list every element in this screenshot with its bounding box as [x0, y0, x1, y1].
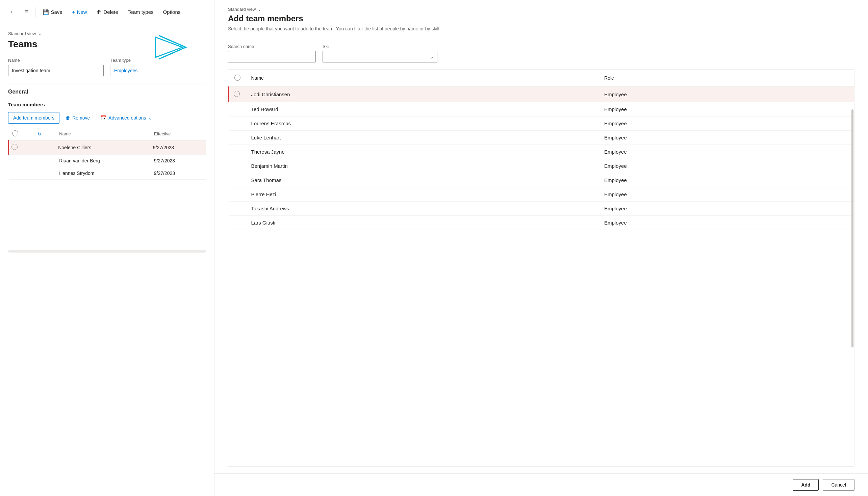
row-role-cell: Employee [599, 87, 832, 102]
add-button[interactable]: Add [793, 479, 819, 491]
skill-group: Skill ⌄ [323, 44, 437, 62]
arrow-decoration [152, 30, 196, 65]
row-role-cell: Employee [599, 159, 832, 173]
table-row[interactable]: Luke Lenhart Employee [229, 131, 854, 145]
people-table-container: Name Role ⋮ Jodi Christiansen Employee [228, 69, 854, 467]
chevron-down-icon: ⌄ [430, 54, 434, 59]
back-icon: ← [10, 9, 16, 16]
horizontal-scrollbar[interactable] [8, 250, 206, 252]
row-role-cell: Employee [599, 187, 832, 202]
col-effective-header: Effective [151, 128, 206, 140]
row-role-cell: Employee [599, 216, 832, 230]
name-label: Name [8, 58, 104, 63]
table-row[interactable]: Ted Howard Employee [229, 102, 854, 117]
cancel-button[interactable]: Cancel [823, 479, 854, 491]
back-button[interactable]: ← [5, 6, 20, 18]
name-input[interactable] [8, 65, 104, 76]
table-row[interactable]: Sara Thomas Employee [229, 173, 854, 187]
row-name-cell: Takashi Andrews [246, 202, 599, 216]
chevron-down-icon: ⌄ [148, 115, 152, 121]
row-radio-cell [229, 87, 246, 102]
team-types-button[interactable]: Team types [124, 6, 158, 18]
vertical-scrollbar[interactable] [851, 109, 853, 347]
row-radio[interactable] [234, 91, 240, 97]
general-section: General [8, 83, 206, 99]
table-row[interactable]: Lourens Erasmus Employee [229, 117, 854, 131]
right-panel: Standard view ⌄ Add team members Select … [215, 0, 868, 496]
calendar-icon: 📅 [100, 115, 106, 121]
chevron-down-icon: ⌄ [38, 31, 42, 36]
row-name-cell: Theresa Jayne [246, 145, 599, 159]
right-footer: Add Cancel [215, 474, 868, 496]
table-row[interactable]: Pierre Hezi Employee [229, 187, 854, 202]
row-effective-cell: 9/27/2023 [151, 140, 206, 155]
right-content: Search name Skill ⌄ [215, 37, 868, 474]
col-name-header: Name [246, 69, 599, 87]
delete-button[interactable]: 🗑 Delete [93, 6, 122, 18]
table-row[interactable]: Takashi Andrews Employee [229, 202, 854, 216]
header-radio[interactable] [234, 75, 241, 81]
plus-icon: + [72, 9, 75, 15]
refresh-icon[interactable]: ↻ [37, 131, 42, 137]
row-name-cell: Pierre Hezi [246, 187, 599, 202]
new-button[interactable]: + New [68, 6, 91, 18]
row-name-cell: Hannes Strydom [56, 167, 151, 180]
row-name-cell: Benjamin Martin [246, 159, 599, 173]
trash-icon: 🗑 [65, 115, 70, 121]
save-icon: 💾 [43, 9, 49, 15]
menu-icon: ≡ [25, 9, 29, 16]
type-input[interactable]: Employees [110, 65, 206, 76]
save-button[interactable]: 💾 Save [38, 6, 66, 18]
col-refresh: ↻ [34, 128, 56, 140]
more-options-button[interactable]: ⋮ [837, 73, 849, 83]
row-name-cell: Ted Howard [246, 102, 599, 117]
people-table-header: Name Role ⋮ [229, 69, 854, 87]
row-effective-cell: 9/27/2023 [151, 167, 206, 180]
row-name-cell: Noelene Cilliers [56, 140, 151, 155]
advanced-options-button[interactable]: 📅 Advanced options ⌄ [96, 112, 157, 123]
search-name-group: Search name [228, 44, 316, 62]
left-panel: ← ≡ 💾 Save + New 🗑 Delete Team types [0, 0, 215, 496]
table-row[interactable]: Theresa Jayne Employee [229, 145, 854, 159]
table-row[interactable]: Lars Giusti Employee [229, 216, 854, 230]
header-radio[interactable] [12, 130, 18, 136]
col-more-header: ⋮ [832, 69, 854, 87]
delete-icon: 🗑 [97, 9, 102, 15]
row-name-cell: Riaan van der Berg [56, 155, 151, 167]
search-name-input[interactable] [228, 51, 316, 62]
table-row[interactable]: Benjamin Martin Employee [229, 159, 854, 173]
row-name-cell: Luke Lenhart [246, 131, 599, 145]
team-members-title: Team members [8, 102, 206, 107]
right-subtitle: Select the people that you want to add t… [228, 26, 854, 31]
members-table: ↻ Name Effective Noelene Cilliers 9/27/2… [8, 128, 206, 180]
row-name-cell: Lars Giusti [246, 216, 599, 230]
col-role-header: Role [599, 69, 832, 87]
left-content: Standard view ⌄ Teams Name Team type Emp… [0, 24, 214, 496]
remove-button[interactable]: 🗑 Remove [61, 112, 95, 123]
filter-row: Search name Skill ⌄ [228, 44, 854, 62]
divider-1 [35, 7, 36, 17]
options-button[interactable]: Options [159, 6, 185, 18]
row-radio[interactable] [12, 144, 18, 150]
skill-label: Skill [323, 44, 437, 49]
people-table: Name Role ⋮ Jodi Christiansen Employee [228, 69, 854, 230]
row-role-cell: Employee [599, 202, 832, 216]
table-row[interactable]: Hannes Strydom 9/27/2023 [9, 167, 206, 180]
table-row[interactable]: Jodi Christiansen Employee [229, 87, 854, 102]
col-checkbox [9, 128, 34, 140]
search-name-label: Search name [228, 44, 316, 49]
row-role-cell: Employee [599, 145, 832, 159]
view-selector-right[interactable]: Standard view ⌄ [228, 7, 854, 12]
members-table-header-row: ↻ Name Effective [9, 128, 206, 140]
table-row[interactable]: Noelene Cilliers 9/27/2023 [9, 140, 206, 155]
row-name-cell: Lourens Erasmus [246, 117, 599, 131]
row-name-cell: Jodi Christiansen [246, 87, 599, 102]
row-role-cell: Employee [599, 102, 832, 117]
add-team-members-button[interactable]: Add team members [8, 112, 59, 124]
right-header: Standard view ⌄ Add team members Select … [215, 0, 868, 37]
members-toolbar: Add team members 🗑 Remove 📅 Advanced opt… [8, 112, 206, 124]
table-row[interactable]: Riaan van der Berg 9/27/2023 [9, 155, 206, 167]
name-field-group: Name [8, 58, 104, 76]
skill-select[interactable]: ⌄ [323, 51, 437, 62]
menu-button[interactable]: ≡ [21, 6, 33, 18]
